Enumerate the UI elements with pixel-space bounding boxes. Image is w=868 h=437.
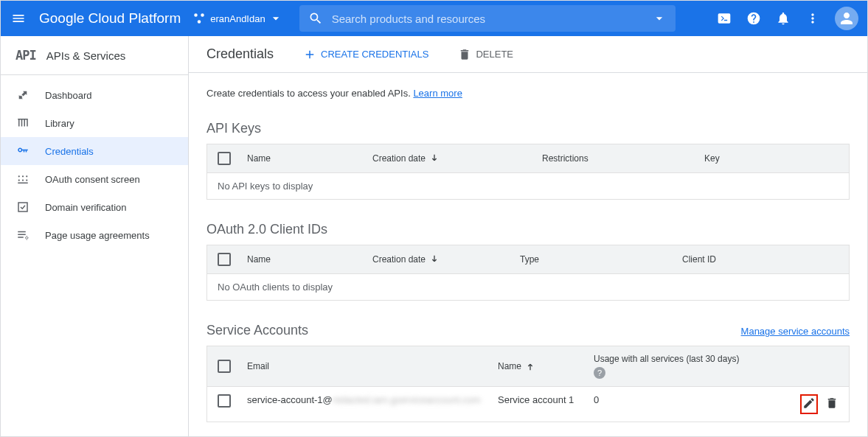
project-selector[interactable]: eranAndIdan bbox=[192, 11, 287, 26]
svg-point-4 bbox=[22, 175, 24, 177]
arrow-down-icon bbox=[428, 254, 440, 265]
service-accounts-title: Service Accounts bbox=[206, 323, 308, 338]
col-email[interactable]: Email bbox=[247, 361, 498, 371]
more-vert-icon[interactable] bbox=[805, 11, 820, 26]
dashboard-icon bbox=[15, 88, 30, 102]
help-icon[interactable] bbox=[746, 11, 761, 26]
col-creation-date[interactable]: Creation date bbox=[372, 254, 520, 265]
verified-icon bbox=[15, 200, 30, 214]
avatar[interactable] bbox=[835, 7, 858, 30]
sidebar-item-page-usage[interactable]: Page usage agreements bbox=[1, 221, 188, 249]
col-creation-date[interactable]: Creation date bbox=[372, 153, 542, 164]
sidebar-title: APIs & Services bbox=[46, 49, 126, 62]
chevron-down-icon[interactable] bbox=[652, 11, 667, 26]
library-icon bbox=[15, 116, 30, 130]
sidebar-header[interactable]: API APIs & Services bbox=[1, 36, 188, 75]
sidebar-item-label: Library bbox=[45, 118, 74, 129]
svg-point-2 bbox=[198, 20, 201, 24]
sidebar-item-dashboard[interactable]: Dashboard bbox=[1, 81, 188, 109]
create-credentials-button[interactable]: CREATE CREDENTIALS bbox=[303, 48, 428, 61]
project-name: eranAndIdan bbox=[210, 13, 265, 24]
delete-row-button[interactable] bbox=[825, 396, 839, 412]
create-label: CREATE CREDENTIALS bbox=[321, 49, 428, 60]
svg-rect-9 bbox=[18, 203, 27, 211]
person-icon bbox=[838, 10, 855, 27]
plus-icon bbox=[303, 48, 316, 61]
sidebar-item-library[interactable]: Library bbox=[1, 109, 188, 137]
col-name[interactable]: Name bbox=[247, 254, 372, 265]
consent-icon bbox=[15, 172, 30, 186]
key-icon bbox=[15, 144, 30, 158]
service-accounts-section: Service Accounts Manage service accounts… bbox=[206, 323, 850, 422]
api-keys-title: API Keys bbox=[206, 121, 850, 136]
learn-more-link[interactable]: Learn more bbox=[413, 88, 462, 99]
col-type[interactable]: Type bbox=[520, 254, 682, 265]
sidebar: API APIs & Services Dashboard Library Cr… bbox=[1, 36, 189, 436]
svg-point-0 bbox=[194, 13, 198, 17]
arrow-down-icon bbox=[428, 153, 440, 164]
chevron-down-icon bbox=[268, 11, 283, 26]
search-input[interactable] bbox=[332, 13, 652, 25]
oauth-header-row: Name Creation date Type Client ID bbox=[206, 245, 850, 274]
row-checkbox[interactable] bbox=[218, 394, 231, 408]
search-icon bbox=[308, 11, 323, 26]
page-title: Credentials bbox=[206, 46, 274, 62]
cell-name: Service account 1 bbox=[498, 394, 594, 405]
select-all-checkbox[interactable] bbox=[218, 253, 231, 266]
pencil-icon bbox=[802, 396, 816, 410]
trash-icon bbox=[825, 396, 839, 410]
service-accounts-header-row: Email Name Usage with all services (last… bbox=[206, 346, 850, 387]
col-name[interactable]: Name bbox=[498, 360, 594, 372]
table-row: service-account-1@redacted.iam.gservicea… bbox=[206, 387, 850, 422]
sidebar-item-label: Page usage agreements bbox=[45, 230, 150, 241]
sidebar-item-credentials[interactable]: Credentials bbox=[1, 137, 188, 165]
hamburger-menu-icon[interactable] bbox=[10, 10, 27, 27]
sidebar-item-label: Domain verification bbox=[45, 202, 127, 213]
main-content: Credentials CREATE CREDENTIALS DELETE Cr… bbox=[189, 36, 867, 436]
api-icon: API bbox=[15, 48, 36, 63]
select-all-checkbox[interactable] bbox=[218, 152, 231, 165]
svg-point-1 bbox=[201, 13, 204, 17]
col-usage[interactable]: Usage with all services (last 30 days)? bbox=[594, 354, 793, 379]
api-keys-section: API Keys Name Creation date Restrictions… bbox=[206, 121, 850, 200]
help-tooltip-icon[interactable]: ? bbox=[594, 367, 605, 379]
svg-point-10 bbox=[26, 237, 28, 239]
sidebar-item-label: OAuth consent screen bbox=[45, 174, 140, 185]
oauth-section: OAuth 2.0 Client IDs Name Creation date … bbox=[206, 222, 850, 301]
product-name: Google Cloud Platform bbox=[39, 10, 181, 27]
cloud-shell-icon[interactable] bbox=[717, 11, 732, 26]
svg-point-3 bbox=[18, 175, 20, 177]
api-keys-empty: No API keys to display bbox=[206, 173, 850, 200]
col-client-id[interactable]: Client ID bbox=[682, 254, 839, 265]
sidebar-item-domain-verification[interactable]: Domain verification bbox=[1, 193, 188, 221]
notifications-icon[interactable] bbox=[776, 11, 791, 26]
col-key[interactable]: Key bbox=[704, 153, 839, 164]
cell-email: service-account-1@redacted.iam.gservicea… bbox=[247, 394, 498, 405]
svg-point-8 bbox=[26, 179, 27, 181]
sidebar-item-oauth-consent[interactable]: OAuth consent screen bbox=[1, 165, 188, 193]
manage-service-accounts-link[interactable]: Manage service accounts bbox=[741, 326, 850, 337]
trash-icon bbox=[458, 48, 471, 61]
intro-text: Create credentials to access your enable… bbox=[206, 88, 850, 99]
cell-usage: 0 bbox=[594, 394, 793, 405]
main-header: Credentials CREATE CREDENTIALS DELETE bbox=[189, 36, 867, 73]
oauth-title: OAuth 2.0 Client IDs bbox=[206, 222, 850, 237]
delete-label: DELETE bbox=[476, 49, 513, 60]
sidebar-item-label: Credentials bbox=[45, 146, 94, 157]
top-header: Google Cloud Platform eranAndIdan bbox=[1, 1, 867, 36]
edit-button[interactable] bbox=[800, 394, 818, 414]
svg-point-7 bbox=[22, 179, 24, 181]
delete-button[interactable]: DELETE bbox=[458, 48, 513, 61]
col-name[interactable]: Name bbox=[247, 153, 372, 164]
svg-point-6 bbox=[18, 179, 20, 181]
col-restrictions[interactable]: Restrictions bbox=[542, 153, 704, 164]
select-all-checkbox[interactable] bbox=[218, 360, 231, 373]
arrow-up-icon bbox=[524, 360, 536, 372]
sidebar-item-label: Dashboard bbox=[45, 90, 92, 101]
search-box[interactable] bbox=[299, 5, 676, 32]
api-keys-header-row: Name Creation date Restrictions Key bbox=[206, 144, 850, 173]
svg-point-5 bbox=[26, 175, 27, 177]
oauth-empty: No OAuth clients to display bbox=[206, 274, 850, 301]
list-settings-icon bbox=[15, 228, 30, 242]
